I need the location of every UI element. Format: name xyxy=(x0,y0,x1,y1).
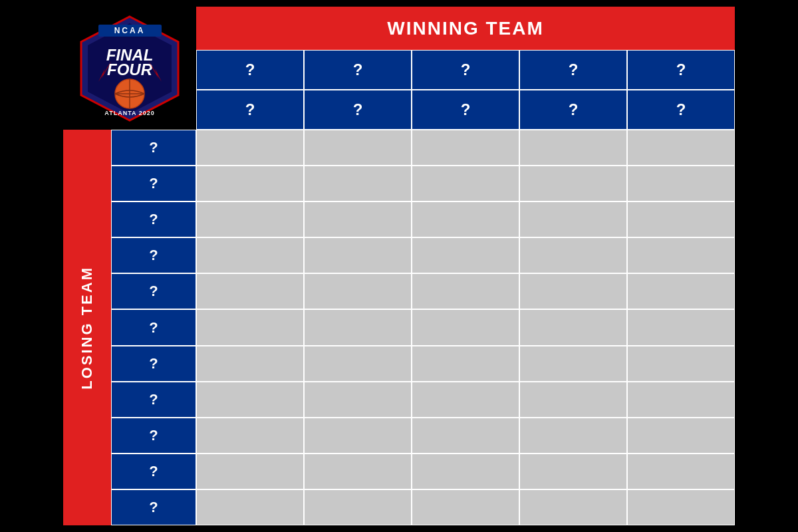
row-label-8: ? xyxy=(111,382,196,418)
data-row-4 xyxy=(196,237,735,273)
cell-4-2[interactable] xyxy=(304,237,412,273)
header-row-1: ? ? ? ? ? xyxy=(196,50,735,90)
header-col-5-row-2: ? xyxy=(627,90,735,130)
header-col-1-row-1: ? xyxy=(196,50,304,90)
cell-5-2[interactable] xyxy=(304,273,412,309)
cell-6-4[interactable] xyxy=(519,309,627,345)
data-row-3 xyxy=(196,201,735,237)
cell-10-5[interactable] xyxy=(627,454,735,489)
cell-2-4[interactable] xyxy=(519,166,627,201)
data-row-11 xyxy=(196,489,735,525)
cell-3-4[interactable] xyxy=(519,201,627,237)
header-col-1-row-2: ? xyxy=(196,90,304,130)
cell-10-3[interactable] xyxy=(412,454,519,489)
cell-1-2[interactable] xyxy=(304,130,412,166)
cell-8-1[interactable] xyxy=(196,382,304,418)
cell-3-5[interactable] xyxy=(627,201,735,237)
cell-10-1[interactable] xyxy=(196,454,304,489)
data-row-1 xyxy=(196,130,735,166)
row-label-4: ? xyxy=(111,237,196,273)
top-section: NCAA FINAL FOUR ATLANTA 2020 xyxy=(63,7,735,130)
svg-text:FOUR: FOUR xyxy=(107,61,153,78)
ncaa-logo: NCAA FINAL FOUR ATLANTA 2020 xyxy=(78,15,182,122)
cell-9-2[interactable] xyxy=(304,418,412,454)
losing-team-label: LOSING TEAM xyxy=(78,266,96,390)
row-labels: ? ? ? ? ? ? ? ? ? ? ? xyxy=(111,130,196,525)
data-row-2 xyxy=(196,166,735,201)
cell-4-1[interactable] xyxy=(196,237,304,273)
data-row-6 xyxy=(196,309,735,345)
cell-11-3[interactable] xyxy=(412,489,519,525)
header-col-4-row-1: ? xyxy=(519,50,627,90)
cell-3-3[interactable] xyxy=(412,201,519,237)
cell-6-5[interactable] xyxy=(627,309,735,345)
cell-7-1[interactable] xyxy=(196,346,304,382)
cell-8-3[interactable] xyxy=(412,382,519,418)
winning-team-header: WINNING TEAM xyxy=(196,7,735,50)
cell-1-4[interactable] xyxy=(519,130,627,166)
data-row-7 xyxy=(196,346,735,382)
row-label-7: ? xyxy=(111,346,196,382)
cell-8-2[interactable] xyxy=(304,382,412,418)
header-col-5-row-1: ? xyxy=(627,50,735,90)
cell-6-3[interactable] xyxy=(412,309,519,345)
main-grid: NCAA FINAL FOUR ATLANTA 2020 xyxy=(63,7,735,525)
header-rows: ? ? ? ? ? ? ? ? ? ? xyxy=(196,50,735,130)
row-label-1: ? xyxy=(111,130,196,166)
data-row-8 xyxy=(196,382,735,418)
cell-2-5[interactable] xyxy=(627,166,735,201)
cell-5-1[interactable] xyxy=(196,273,304,309)
cell-1-3[interactable] xyxy=(412,130,519,166)
cell-7-4[interactable] xyxy=(519,346,627,382)
cell-2-1[interactable] xyxy=(196,166,304,201)
header-col-4-row-2: ? xyxy=(519,90,627,130)
header-col-2-row-2: ? xyxy=(304,90,412,130)
cell-7-5[interactable] xyxy=(627,346,735,382)
winning-team-label: WINNING TEAM xyxy=(387,18,544,39)
cell-7-3[interactable] xyxy=(412,346,519,382)
cell-11-2[interactable] xyxy=(304,489,412,525)
cell-6-2[interactable] xyxy=(304,309,412,345)
row-label-10: ? xyxy=(111,454,196,489)
cell-1-5[interactable] xyxy=(627,130,735,166)
cell-3-1[interactable] xyxy=(196,201,304,237)
cell-8-4[interactable] xyxy=(519,382,627,418)
data-row-10 xyxy=(196,454,735,489)
cell-8-5[interactable] xyxy=(627,382,735,418)
cell-10-4[interactable] xyxy=(519,454,627,489)
cell-7-2[interactable] xyxy=(304,346,412,382)
row-label-2: ? xyxy=(111,166,196,201)
data-grid xyxy=(196,130,735,525)
cell-9-5[interactable] xyxy=(627,418,735,454)
row-label-6: ? xyxy=(111,309,196,345)
header-col-3-row-1: ? xyxy=(412,50,519,90)
right-top: WINNING TEAM ? ? ? ? ? ? ? ? ? ? xyxy=(196,7,735,130)
header-col-2-row-1: ? xyxy=(304,50,412,90)
row-label-3: ? xyxy=(111,201,196,237)
cell-10-2[interactable] xyxy=(304,454,412,489)
row-label-5: ? xyxy=(111,273,196,309)
cell-9-3[interactable] xyxy=(412,418,519,454)
logo-inner: NCAA FINAL FOUR ATLANTA 2020 xyxy=(68,12,191,124)
data-row-9 xyxy=(196,418,735,454)
cell-1-1[interactable] xyxy=(196,130,304,166)
row-label-9: ? xyxy=(111,418,196,454)
cell-2-3[interactable] xyxy=(412,166,519,201)
data-row-5 xyxy=(196,273,735,309)
cell-4-5[interactable] xyxy=(627,237,735,273)
cell-3-2[interactable] xyxy=(304,201,412,237)
cell-4-3[interactable] xyxy=(412,237,519,273)
cell-5-5[interactable] xyxy=(627,273,735,309)
cell-5-3[interactable] xyxy=(412,273,519,309)
cell-9-4[interactable] xyxy=(519,418,627,454)
cell-5-4[interactable] xyxy=(519,273,627,309)
cell-11-1[interactable] xyxy=(196,489,304,525)
cell-11-4[interactable] xyxy=(519,489,627,525)
cell-2-2[interactable] xyxy=(304,166,412,201)
cell-6-1[interactable] xyxy=(196,309,304,345)
losing-team-label-container: LOSING TEAM xyxy=(63,130,111,525)
svg-text:ATLANTA 2020: ATLANTA 2020 xyxy=(104,110,154,116)
cell-11-5[interactable] xyxy=(627,489,735,525)
cell-9-1[interactable] xyxy=(196,418,304,454)
cell-4-4[interactable] xyxy=(519,237,627,273)
